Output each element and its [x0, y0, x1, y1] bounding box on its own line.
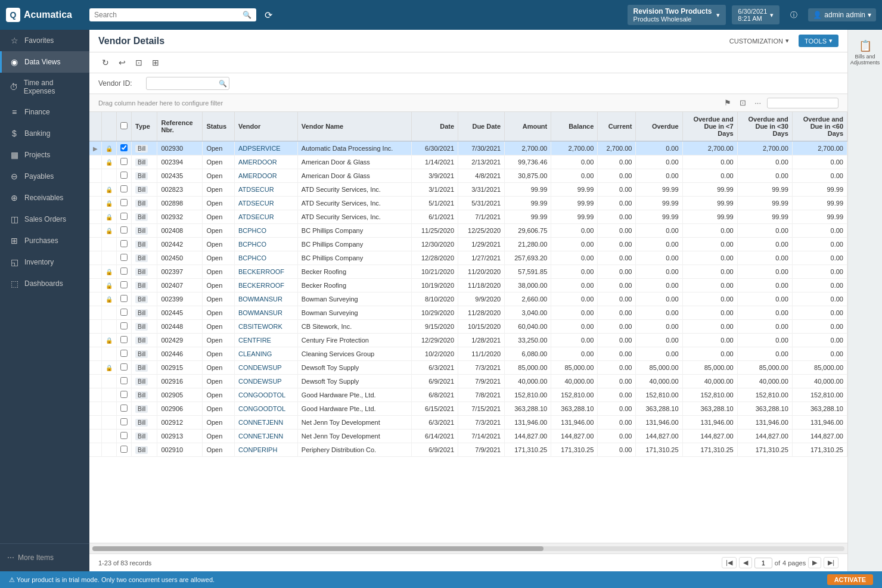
fit-toolbar-button[interactable]: ⊡ [132, 55, 146, 70]
sidebar-item-favorites[interactable]: ☆ Favorites [0, 30, 89, 51]
col-date-header[interactable]: Date [411, 112, 458, 141]
sidebar-item-inventory[interactable]: ◱ Inventory [0, 251, 89, 273]
refresh-button[interactable]: ⟳ [262, 7, 275, 23]
table-row[interactable]: Bill 002906 Open CONGOODTOL Good Hardwar… [89, 402, 847, 416]
sidebar-item-banking[interactable]: $ Banking [0, 123, 89, 144]
help-button[interactable]: ⓘ [785, 8, 802, 23]
col-current-header[interactable]: Current [598, 112, 636, 141]
search-input[interactable] [94, 11, 240, 19]
col-checkbox-header[interactable] [117, 112, 132, 141]
vendor-id-input[interactable] [146, 77, 229, 90]
table-row[interactable]: Bill 002446 Open CLEANING Cleaning Servi… [89, 347, 847, 361]
sidebar-item-dashboards[interactable]: ⬚ Dashboards [0, 273, 89, 294]
scroll-track[interactable] [92, 546, 844, 551]
row-vendor[interactable]: CENTFIRE [234, 334, 297, 347]
row-vendor[interactable]: ATDSECUR [234, 210, 297, 224]
row-checkbox[interactable] [117, 320, 132, 334]
row-checkbox[interactable] [117, 155, 132, 169]
page-number-input[interactable] [754, 558, 772, 568]
row-expand[interactable] [89, 347, 102, 361]
table-row[interactable]: 🔒 Bill 002407 Open BECKERROOF Becker Roo… [89, 279, 847, 293]
prev-page-button[interactable]: ◀ [739, 557, 752, 568]
company-selector[interactable]: Revision Two Products Products Wholesale… [628, 5, 726, 25]
col-balance-header[interactable]: Balance [551, 112, 598, 141]
col-amount-header[interactable]: Amount [505, 112, 551, 141]
row-vendor[interactable]: CONNETJENN [234, 416, 297, 430]
row-vendor[interactable]: BCPHCO [234, 251, 297, 265]
last-page-button[interactable]: ▶| [824, 557, 838, 568]
table-container[interactable]: Type ReferenceNbr. Status Vendor Vendor … [89, 112, 847, 543]
row-vendor[interactable]: CONGOODTOL [234, 388, 297, 402]
table-row[interactable]: 🔒 Bill 002915 Open CONDEWSUP Dewsoft Toy… [89, 361, 847, 375]
row-vendor[interactable]: BOWMANSUR [234, 293, 297, 306]
search-icon[interactable]: 🔍 [243, 11, 251, 19]
row-expand[interactable] [89, 210, 102, 224]
row-expand[interactable] [89, 402, 102, 416]
row-expand[interactable]: ▶ [89, 141, 102, 155]
row-expand[interactable] [89, 183, 102, 197]
sidebar-item-sales-orders[interactable]: ◫ Sales Orders [0, 209, 89, 230]
col-overdue7-header[interactable]: Overdue andDue in <7Days [682, 112, 737, 141]
date-time-selector[interactable]: 6/30/2021 8:21 AM ▾ [732, 5, 779, 24]
table-row[interactable]: 🔒 Bill 002823 Open ATDSECUR ATD Security… [89, 183, 847, 197]
row-vendor[interactable]: ATDSECUR [234, 183, 297, 197]
row-expand[interactable] [89, 293, 102, 306]
vendor-search-icon[interactable]: 🔍 [219, 80, 227, 88]
table-row[interactable]: Bill 002450 Open BCPHCO BC Phillips Comp… [89, 251, 847, 265]
col-overdue30-header[interactable]: Overdue andDue in <30Days [737, 112, 792, 141]
horizontal-scrollbar[interactable] [89, 543, 847, 553]
table-row[interactable]: Bill 002445 Open BOWMANSUR Bowman Survey… [89, 306, 847, 320]
table-row[interactable]: Bill 002442 Open BCPHCO BC Phillips Comp… [89, 238, 847, 251]
row-vendor[interactable]: CONDEWSUP [234, 361, 297, 375]
col-overdue-header[interactable]: Overdue [636, 112, 682, 141]
row-expand[interactable] [89, 169, 102, 183]
row-vendor[interactable]: CBSITEWORK [234, 320, 297, 334]
search-bar[interactable]: 🔍 [89, 8, 256, 21]
first-page-button[interactable]: |◀ [722, 557, 737, 568]
col-overdue60-header[interactable]: Overdue andDue in <60Days [792, 112, 847, 141]
row-checkbox[interactable] [117, 141, 132, 155]
filter-export-button[interactable]: ⊡ [737, 97, 749, 108]
tools-button[interactable]: TOOLS ▾ [799, 35, 838, 47]
table-row[interactable]: Bill 002905 Open CONGOODTOL Good Hardwar… [89, 388, 847, 402]
row-checkbox[interactable] [117, 210, 132, 224]
row-checkbox[interactable] [117, 251, 132, 265]
col-duedate-header[interactable]: Due Date [458, 112, 505, 141]
sidebar-item-data-views[interactable]: ◉ Data Views [0, 51, 89, 73]
filter-more-button[interactable]: ··· [752, 97, 763, 108]
row-checkbox[interactable] [117, 443, 132, 457]
table-row[interactable]: ▶ 🔒 Bill 002930 Open ADPSERVICE Automati… [89, 141, 847, 155]
col-vendorname-header[interactable]: Vendor Name [297, 112, 411, 141]
refresh-toolbar-button[interactable]: ↻ [98, 55, 113, 70]
row-expand[interactable] [89, 334, 102, 347]
sidebar-item-finance[interactable]: ≡ Finance [0, 101, 89, 123]
table-row[interactable]: Bill 002435 Open AMERDOOR American Door … [89, 169, 847, 183]
row-expand[interactable] [89, 197, 102, 210]
row-expand[interactable] [89, 279, 102, 293]
row-checkbox[interactable] [117, 224, 132, 238]
user-menu[interactable]: 👤 admin admin ▾ [808, 8, 876, 21]
row-expand[interactable] [89, 320, 102, 334]
bills-adjustments-button[interactable]: 📋 Bills and Adjustments [850, 36, 880, 69]
row-expand[interactable] [89, 265, 102, 279]
table-row[interactable]: Bill 002910 Open CONPERIPH Periphery Dis… [89, 443, 847, 457]
row-checkbox[interactable] [117, 238, 132, 251]
filter-icon-button[interactable]: ⚑ [722, 97, 734, 108]
back-toolbar-button[interactable]: ↩ [115, 55, 129, 70]
table-row[interactable]: 🔒 Bill 002932 Open ATDSECUR ATD Security… [89, 210, 847, 224]
row-vendor[interactable]: AMERDOOR [234, 169, 297, 183]
table-row[interactable]: 🔒 Bill 002429 Open CENTFIRE Century Fire… [89, 334, 847, 347]
row-vendor[interactable]: BCPHCO [234, 224, 297, 238]
row-vendor[interactable]: BCPHCO [234, 238, 297, 251]
row-checkbox[interactable] [117, 279, 132, 293]
table-row[interactable]: Bill 002448 Open CBSITEWORK CB Sitework,… [89, 320, 847, 334]
row-expand[interactable] [89, 388, 102, 402]
logo[interactable]: Q Acumatica [6, 8, 83, 22]
row-checkbox[interactable] [117, 265, 132, 279]
row-expand[interactable] [89, 251, 102, 265]
row-expand[interactable] [89, 430, 102, 443]
sidebar-item-receivables[interactable]: ⊕ Receivables [0, 187, 89, 209]
col-refnbr-header[interactable]: ReferenceNbr. [157, 112, 203, 141]
row-expand[interactable] [89, 375, 102, 388]
grid-toolbar-button[interactable]: ⊞ [148, 55, 163, 70]
